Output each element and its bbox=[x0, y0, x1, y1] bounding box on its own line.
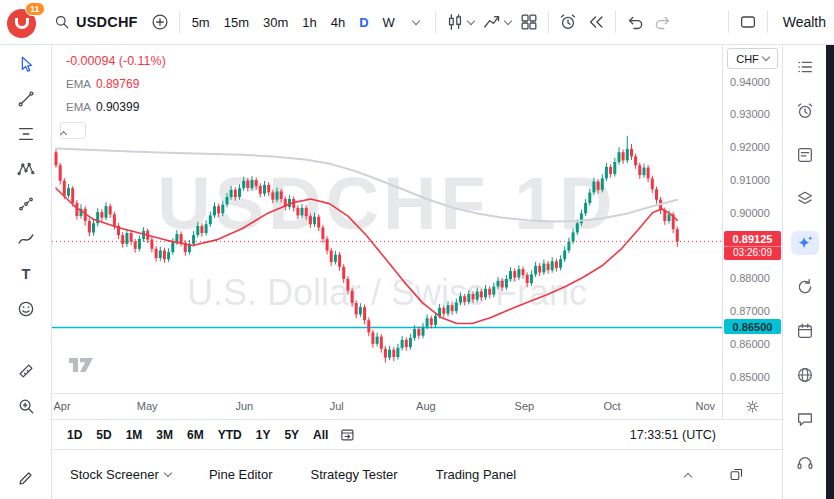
toolbar-separator bbox=[767, 11, 768, 33]
tab-label: Trading Panel bbox=[436, 467, 516, 482]
price-axis[interactable]: CHF 0.940000.930000.920000.910000.900000… bbox=[722, 45, 782, 393]
currency-label: CHF bbox=[736, 53, 759, 65]
range-1m[interactable]: 1M bbox=[119, 425, 150, 445]
tab-trading-panel[interactable]: Trading Panel bbox=[436, 467, 516, 482]
object-tree-button[interactable] bbox=[791, 187, 819, 211]
calendar-icon bbox=[795, 321, 815, 341]
calendar-button[interactable] bbox=[791, 319, 819, 343]
ai-assistant-button[interactable] bbox=[791, 231, 819, 255]
add-symbol-button[interactable] bbox=[146, 7, 174, 37]
time-axis-label: Sep bbox=[515, 400, 535, 412]
replay-button[interactable] bbox=[791, 275, 819, 299]
cursor-tool-button[interactable] bbox=[13, 53, 39, 75]
ema-slow-label: EMA bbox=[66, 101, 91, 113]
chat-button[interactable] bbox=[791, 407, 819, 431]
alerts-button[interactable] bbox=[791, 99, 819, 123]
candlestick-style-icon bbox=[445, 12, 465, 32]
tab-strategy-tester[interactable]: Strategy Tester bbox=[310, 467, 397, 482]
timeframe-1d[interactable]: D bbox=[352, 8, 375, 36]
emoji-tool-button[interactable] bbox=[13, 298, 39, 320]
layout-grid-button[interactable] bbox=[515, 7, 543, 37]
chart-style-button[interactable] bbox=[441, 7, 478, 37]
gear-icon[interactable] bbox=[745, 399, 760, 414]
bar-replay-button[interactable] bbox=[582, 7, 610, 37]
tab-label: Strategy Tester bbox=[310, 467, 397, 482]
undo-button[interactable] bbox=[621, 7, 649, 37]
watchlist-button[interactable] bbox=[791, 55, 819, 79]
pattern-tool-button[interactable] bbox=[13, 158, 39, 180]
indicators-button[interactable] bbox=[478, 7, 515, 37]
data-window-button[interactable] bbox=[791, 143, 819, 167]
chevron-down-icon bbox=[164, 469, 172, 477]
account-logo[interactable]: 11 bbox=[5, 3, 45, 41]
range-ytd[interactable]: YTD bbox=[211, 425, 249, 445]
range-all[interactable]: All bbox=[306, 425, 335, 445]
clock-timezone-button[interactable]: 17:33:51 (UTC) bbox=[630, 428, 716, 442]
ema-slow-value: 0.90399 bbox=[96, 100, 139, 114]
legend-collapse-button[interactable] bbox=[60, 122, 86, 139]
redo-button[interactable] bbox=[649, 7, 677, 37]
forecast-tool-button[interactable] bbox=[13, 193, 39, 215]
toolbar-separator bbox=[548, 11, 549, 33]
tab-pine-editor[interactable]: Pine Editor bbox=[209, 467, 273, 482]
timeframe-1w[interactable]: W bbox=[376, 8, 402, 36]
symbol-search-button[interactable]: USDCHF bbox=[45, 7, 146, 37]
chevron-down-icon bbox=[412, 16, 420, 24]
measure-tool-button[interactable] bbox=[13, 360, 39, 382]
tab-label: Stock Screener bbox=[70, 467, 159, 482]
trendline-icon bbox=[16, 89, 36, 109]
timeframe-30m[interactable]: 30m bbox=[256, 8, 295, 36]
range-5y[interactable]: 5Y bbox=[277, 425, 306, 445]
brush-tool-button[interactable] bbox=[13, 228, 39, 250]
panel-expand-button[interactable] bbox=[674, 463, 702, 487]
currency-toggle-button[interactable]: CHF bbox=[727, 48, 778, 69]
wealth-menu-item[interactable]: Wealth bbox=[773, 14, 834, 30]
collapsed-panel-strip[interactable] bbox=[826, 45, 834, 499]
panel-restore-button[interactable] bbox=[722, 463, 750, 487]
alert-button[interactable] bbox=[554, 7, 582, 37]
price-tick-label: 0.88000 bbox=[730, 272, 770, 284]
time-axis-label: Apr bbox=[53, 400, 70, 412]
tab-stock-screener[interactable]: Stock Screener bbox=[70, 467, 171, 482]
time-axis[interactable]: AprMayJunJulAugSepOctNov bbox=[52, 393, 722, 419]
price-tick-label: 0.87000 bbox=[730, 305, 770, 317]
timeframe-5m[interactable]: 5m bbox=[185, 8, 217, 36]
redo-icon bbox=[653, 12, 673, 32]
timeframe-menu-button[interactable] bbox=[402, 7, 430, 37]
chart-pane: USDCHF 1D U.S. Dollar / Swiss Franc -0.0… bbox=[52, 45, 722, 393]
last-price-value: 0.89125 bbox=[724, 231, 781, 246]
go-to-date-button[interactable] bbox=[339, 426, 357, 444]
bar-countdown-timer: 03:26:09 bbox=[724, 246, 781, 260]
edit-drawings-button[interactable] bbox=[13, 467, 39, 489]
forecast-icon bbox=[16, 194, 36, 214]
trendline-tool-button[interactable] bbox=[13, 88, 39, 110]
bottom-panel: Stock Screener Pine Editor Strategy Test… bbox=[52, 449, 782, 499]
alert-clock-icon bbox=[558, 12, 578, 32]
chevron-up-icon bbox=[60, 131, 67, 138]
chevron-down-icon bbox=[467, 16, 475, 24]
support-button[interactable] bbox=[791, 451, 819, 475]
rewind-icon bbox=[586, 12, 606, 32]
price-tick-label: 0.90000 bbox=[730, 207, 770, 219]
ideas-button[interactable] bbox=[791, 363, 819, 387]
maximize-chart-button[interactable] bbox=[734, 7, 762, 37]
timeframe-15m[interactable]: 15m bbox=[217, 8, 256, 36]
range-3m[interactable]: 3M bbox=[149, 425, 180, 445]
timeframe-4h[interactable]: 4h bbox=[324, 8, 352, 36]
calendar-goto-icon bbox=[339, 426, 357, 444]
range-5d[interactable]: 5D bbox=[89, 425, 118, 445]
fib-retracement-tool-button[interactable] bbox=[13, 123, 39, 145]
range-6m[interactable]: 6M bbox=[180, 425, 211, 445]
time-axis-label: Nov bbox=[695, 400, 715, 412]
frame-icon bbox=[738, 12, 758, 32]
text-tool-button[interactable]: T bbox=[13, 263, 39, 285]
zoom-tool-button[interactable] bbox=[13, 395, 39, 417]
tradingview-logo[interactable] bbox=[68, 353, 95, 381]
price-tick-label: 0.94000 bbox=[730, 76, 770, 88]
range-1d[interactable]: 1D bbox=[60, 425, 89, 445]
chevron-down-icon bbox=[504, 16, 512, 24]
range-1y[interactable]: 1Y bbox=[249, 425, 278, 445]
restore-window-icon bbox=[728, 466, 745, 483]
last-price-badge: 0.89125 03:26:09 bbox=[724, 231, 781, 260]
timeframe-1h[interactable]: 1h bbox=[295, 8, 323, 36]
